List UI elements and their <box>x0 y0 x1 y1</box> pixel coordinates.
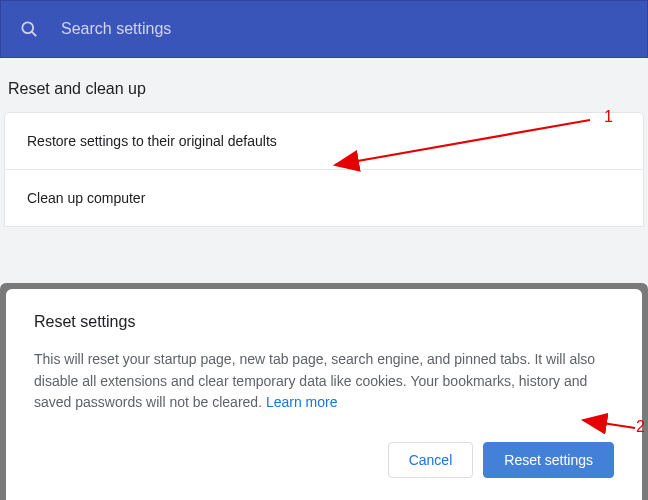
learn-more-link[interactable]: Learn more <box>266 394 338 410</box>
annotation-label-2: 2 <box>636 418 645 436</box>
reset-settings-button[interactable]: Reset settings <box>483 442 614 478</box>
search-input[interactable] <box>61 20 629 38</box>
restore-defaults-row[interactable]: Restore settings to their original defau… <box>5 113 643 169</box>
cleanup-computer-row[interactable]: Clean up computer <box>5 169 643 226</box>
cancel-button[interactable]: Cancel <box>388 442 474 478</box>
section-title: Reset and clean up <box>0 58 648 112</box>
dialog-backdrop: Reset settings This will reset your star… <box>0 283 648 500</box>
search-icon <box>19 19 39 39</box>
svg-line-1 <box>32 32 36 36</box>
reset-settings-dialog: Reset settings This will reset your star… <box>6 289 642 500</box>
settings-card: Restore settings to their original defau… <box>4 112 644 227</box>
search-bar[interactable] <box>0 0 648 58</box>
dialog-body: This will reset your startup page, new t… <box>34 349 614 414</box>
annotation-label-1: 1 <box>604 108 613 126</box>
dialog-actions: Cancel Reset settings <box>34 442 614 478</box>
dialog-title: Reset settings <box>34 313 614 331</box>
